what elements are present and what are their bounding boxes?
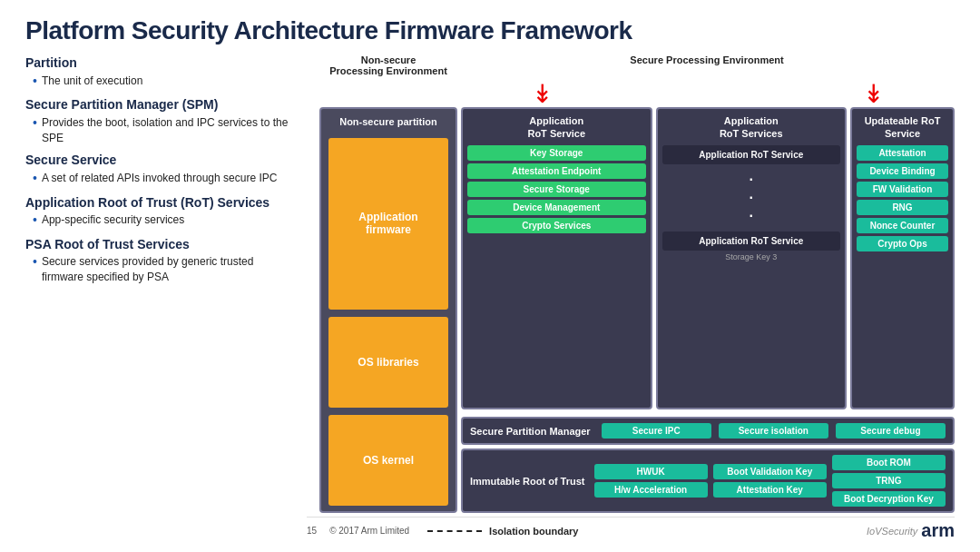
bullet-partition-1: The unit of execution <box>33 74 292 91</box>
spm-title: Secure Partition Manager <box>470 426 591 437</box>
bullet-psa-1: Secure services provided by generic trus… <box>33 254 292 285</box>
os-libraries-block: OS libraries <box>328 317 448 408</box>
content-area: Partition The unit of execution Secure P… <box>25 54 955 541</box>
brand-arm: arm <box>921 520 955 541</box>
col-nonsecure-inner: Non-secure partition Applicationfirmware… <box>319 107 457 513</box>
spm-chip-ipc: Secure IPC <box>602 423 711 439</box>
bottom-panels: Secure Partition Manager Secure IPC Secu… <box>461 417 955 513</box>
section-secure-service: Secure Service <box>25 152 292 170</box>
app-rot-sub2-header: Application RoT Service <box>666 235 838 247</box>
bullet-spm-1: Provides the boot, isolation and IPC ser… <box>33 115 292 146</box>
chip-boot-rom: Boot ROM <box>832 455 946 470</box>
footer: 15 © 2017 Arm Limited Isolation boundary… <box>307 517 955 541</box>
bullet-rot-1: App-specific security services <box>33 212 292 230</box>
updatable-header: Updateable RoTService <box>857 114 948 141</box>
diagram-area: Non-secureProcessing Environment Secure … <box>307 54 955 541</box>
chip-boot-decryption: Boot Decryption Key <box>832 491 946 507</box>
arrow-row: ↡ ↡ <box>319 80 955 107</box>
secure-columns-row: ApplicationRoT Service Key Storage Attes… <box>461 107 955 409</box>
spm-chip-isolation: Secure isolation <box>719 423 828 439</box>
bullet-ss-1: A set of related APIs invoked through se… <box>33 171 292 188</box>
page-title: Platform Security Architecture Firmware … <box>25 16 955 45</box>
red-arrow-1: ↡ <box>532 82 553 107</box>
footer-brand: IoVSecurity arm <box>867 520 955 541</box>
irt-title: Immutable Root of Trust <box>470 476 585 487</box>
chip-boot-validation: Boot Validation Key <box>713 464 827 479</box>
left-panel: Partition The unit of execution Secure P… <box>25 54 307 541</box>
diagram-body: Non-secure partition Applicationfirmware… <box>319 107 955 513</box>
chip-key-storage: Key Storage <box>467 145 646 161</box>
chip-crypto-services: Crypto Services <box>467 218 646 233</box>
app-firmware-block: Applicationfirmware <box>328 138 448 310</box>
arrow-slot-3: ↡ <box>792 82 955 107</box>
nonsecure-partition-label: Non-secure partition <box>328 116 448 127</box>
col-app-rot-1: ApplicationRoT Service Key Storage Attes… <box>461 107 652 409</box>
chip-hw-accel: H/w Acceleration <box>594 482 708 498</box>
spm-panel: Secure Partition Manager Secure IPC Secu… <box>461 417 955 445</box>
dashed-line-icon <box>427 530 482 532</box>
irt-left-chips: HWUK H/w Acceleration <box>594 464 708 498</box>
chip-attestation: Attestation <box>857 145 948 161</box>
page: Platform Security Architecture Firmware … <box>0 0 980 552</box>
section-psa-rot: PSA Root of Trust Services <box>25 236 292 254</box>
chip-secure-storage: Secure Storage <box>467 182 646 197</box>
chip-attestation-key: Attestation Key <box>713 482 827 498</box>
chip-device-binding: Device Binding <box>857 163 948 179</box>
chip-device-management: Device Management <box>467 200 646 215</box>
chip-fw-validation: FW Validation <box>857 182 948 197</box>
red-arrow-2: ↡ <box>863 82 884 107</box>
arrow-slot-1: ↡ <box>461 82 623 107</box>
env-secure-label: Secure Processing Environment <box>459 54 955 76</box>
app-rot-sub1-header: Application RoT Service <box>666 149 838 161</box>
irt-panel: Immutable Root of Trust HWUK H/w Acceler… <box>461 448 955 513</box>
chip-nonce-counter: Nonce Counter <box>857 218 948 233</box>
chip-attestation-endpoint: Attestation Endpoint <box>467 163 646 179</box>
section-partition: Partition <box>25 54 292 73</box>
section-app-rot: Application Root of Trust (RoT) Services <box>25 194 292 212</box>
chip-crypto-ops: Crypto Ops <box>857 236 948 251</box>
copyright: © 2017 Arm Limited <box>329 526 409 536</box>
chip-rng: RNG <box>857 200 948 215</box>
isolation-label: Isolation boundary <box>489 526 578 537</box>
chip-hwuk: HWUK <box>594 464 708 479</box>
chip-trng: TRNG <box>832 473 946 488</box>
irt-mid-chips: Boot Validation Key Attestation Key <box>713 464 827 498</box>
storage-key-label: Storage Key 3 <box>662 252 841 261</box>
env-labels: Non-secureProcessing Environment Secure … <box>319 54 955 76</box>
os-kernel-block: OS kernel <box>328 415 448 506</box>
isolation-legend: Isolation boundary <box>427 526 578 537</box>
app-rot-1-header: ApplicationRoT Service <box>467 114 646 141</box>
col-updatable: Updateable RoTService Attestation Device… <box>850 107 955 409</box>
secure-area: ApplicationRoT Service Key Storage Attes… <box>461 107 955 513</box>
brand-iot: IoVSecurity <box>867 526 917 537</box>
app-rot-2-header: ApplicationRoT Services <box>662 114 841 141</box>
dots: · · · <box>662 168 841 228</box>
section-spm: Secure Partition Manager (SPM) <box>25 96 292 114</box>
col-app-rot-2: ApplicationRoT Services Application RoT … <box>656 107 848 409</box>
irt-right-chips: Boot ROM TRNG Boot Decryption Key <box>832 455 946 507</box>
spm-chip-debug: Secure debug <box>836 423 946 439</box>
page-number: 15 <box>307 526 317 536</box>
col-nonsecure: Non-secure partition Applicationfirmware… <box>319 107 457 513</box>
env-nonsecure-label: Non-secureProcessing Environment <box>319 54 457 76</box>
